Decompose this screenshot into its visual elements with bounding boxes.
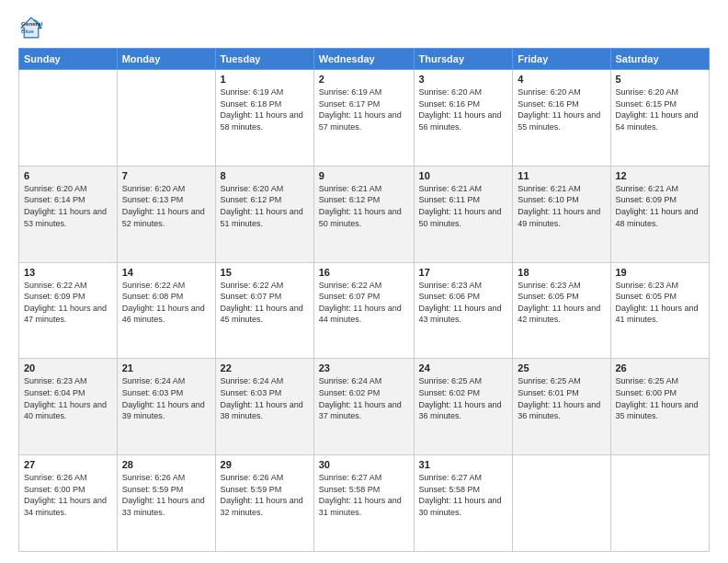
day-number: 28 (122, 459, 210, 470)
calendar-cell: 10Sunrise: 6:21 AM Sunset: 6:11 PM Dayli… (414, 166, 513, 262)
day-info: Sunrise: 6:26 AM Sunset: 6:00 PM Dayligh… (24, 472, 112, 518)
weekday-header-row: SundayMondayTuesdayWednesdayThursdayFrid… (19, 49, 710, 70)
calendar-cell: 8Sunrise: 6:20 AM Sunset: 6:12 PM Daylig… (215, 166, 313, 262)
calendar-cell: 18Sunrise: 6:23 AM Sunset: 6:05 PM Dayli… (513, 262, 610, 359)
calendar-cell: 28Sunrise: 6:26 AM Sunset: 5:59 PM Dayli… (117, 455, 215, 552)
day-info: Sunrise: 6:22 AM Sunset: 6:08 PM Dayligh… (122, 280, 210, 326)
day-number: 11 (518, 170, 605, 181)
day-number: 26 (616, 362, 705, 373)
day-info: Sunrise: 6:25 AM Sunset: 6:00 PM Dayligh… (616, 375, 705, 421)
day-number: 17 (419, 267, 508, 278)
calendar-cell (117, 70, 215, 167)
calendar-cell: 24Sunrise: 6:25 AM Sunset: 6:02 PM Dayli… (414, 359, 513, 455)
day-info: Sunrise: 6:19 AM Sunset: 6:17 PM Dayligh… (319, 86, 409, 132)
calendar-cell: 31Sunrise: 6:27 AM Sunset: 5:58 PM Dayli… (414, 455, 513, 552)
day-info: Sunrise: 6:21 AM Sunset: 6:10 PM Dayligh… (518, 183, 605, 229)
day-number: 9 (319, 170, 409, 181)
day-info: Sunrise: 6:20 AM Sunset: 6:13 PM Dayligh… (122, 183, 210, 229)
calendar-cell: 19Sunrise: 6:23 AM Sunset: 6:05 PM Dayli… (610, 262, 710, 359)
calendar-cell: 7Sunrise: 6:20 AM Sunset: 6:13 PM Daylig… (117, 166, 215, 262)
day-number: 12 (616, 170, 705, 181)
day-info: Sunrise: 6:24 AM Sunset: 6:03 PM Dayligh… (122, 375, 210, 421)
day-number: 15 (221, 267, 309, 278)
day-number: 23 (319, 362, 409, 373)
day-number: 29 (221, 459, 309, 470)
day-info: Sunrise: 6:21 AM Sunset: 6:12 PM Dayligh… (319, 183, 409, 229)
day-number: 24 (419, 362, 508, 373)
weekday-header-monday: Monday (117, 49, 215, 70)
calendar-cell: 3Sunrise: 6:20 AM Sunset: 6:16 PM Daylig… (414, 70, 513, 167)
day-number: 21 (122, 362, 210, 373)
day-number: 31 (419, 459, 508, 470)
calendar-cell: 4Sunrise: 6:20 AM Sunset: 6:16 PM Daylig… (513, 70, 610, 167)
day-number: 30 (319, 459, 409, 470)
header: General Blue (18, 15, 710, 40)
day-info: Sunrise: 6:20 AM Sunset: 6:15 PM Dayligh… (616, 86, 705, 132)
day-number: 27 (24, 459, 112, 470)
calendar-cell: 21Sunrise: 6:24 AM Sunset: 6:03 PM Dayli… (117, 359, 215, 455)
day-info: Sunrise: 6:23 AM Sunset: 6:04 PM Dayligh… (24, 375, 112, 421)
calendar-cell: 26Sunrise: 6:25 AM Sunset: 6:00 PM Dayli… (610, 359, 710, 455)
week-row-4: 27Sunrise: 6:26 AM Sunset: 6:00 PM Dayli… (19, 455, 710, 552)
calendar-table: SundayMondayTuesdayWednesdayThursdayFrid… (18, 48, 710, 552)
day-info: Sunrise: 6:24 AM Sunset: 6:02 PM Dayligh… (319, 375, 409, 421)
week-row-2: 13Sunrise: 6:22 AM Sunset: 6:09 PM Dayli… (19, 262, 710, 359)
calendar-cell: 25Sunrise: 6:25 AM Sunset: 6:01 PM Dayli… (513, 359, 610, 455)
calendar-cell: 11Sunrise: 6:21 AM Sunset: 6:10 PM Dayli… (513, 166, 610, 262)
day-number: 25 (518, 362, 605, 373)
day-info: Sunrise: 6:20 AM Sunset: 6:12 PM Dayligh… (221, 183, 309, 229)
calendar-cell: 14Sunrise: 6:22 AM Sunset: 6:08 PM Dayli… (117, 262, 215, 359)
calendar-cell: 20Sunrise: 6:23 AM Sunset: 6:04 PM Dayli… (19, 359, 118, 455)
day-info: Sunrise: 6:23 AM Sunset: 6:05 PM Dayligh… (518, 280, 605, 326)
week-row-3: 20Sunrise: 6:23 AM Sunset: 6:04 PM Dayli… (19, 359, 710, 455)
calendar-cell: 15Sunrise: 6:22 AM Sunset: 6:07 PM Dayli… (215, 262, 313, 359)
day-number: 1 (221, 74, 309, 85)
day-number: 20 (24, 362, 112, 373)
weekday-header-thursday: Thursday (414, 49, 513, 70)
week-row-0: 1Sunrise: 6:19 AM Sunset: 6:18 PM Daylig… (19, 70, 710, 167)
calendar-cell: 5Sunrise: 6:20 AM Sunset: 6:15 PM Daylig… (610, 70, 710, 167)
calendar-cell (19, 70, 118, 167)
calendar-cell: 2Sunrise: 6:19 AM Sunset: 6:17 PM Daylig… (313, 70, 414, 167)
calendar-cell: 9Sunrise: 6:21 AM Sunset: 6:12 PM Daylig… (313, 166, 414, 262)
day-info: Sunrise: 6:24 AM Sunset: 6:03 PM Dayligh… (221, 375, 309, 421)
day-info: Sunrise: 6:25 AM Sunset: 6:01 PM Dayligh… (518, 375, 605, 421)
day-number: 10 (419, 170, 508, 181)
weekday-header-sunday: Sunday (19, 49, 118, 70)
logo-icon: General Blue (18, 15, 44, 40)
page: General Blue SundayMondayTuesdayWednesda… (0, 0, 728, 563)
calendar-cell: 16Sunrise: 6:22 AM Sunset: 6:07 PM Dayli… (313, 262, 414, 359)
day-number: 7 (122, 170, 210, 181)
calendar-cell: 6Sunrise: 6:20 AM Sunset: 6:14 PM Daylig… (19, 166, 118, 262)
day-number: 14 (122, 267, 210, 278)
day-number: 8 (221, 170, 309, 181)
calendar-cell (610, 455, 710, 552)
calendar-cell: 17Sunrise: 6:23 AM Sunset: 6:06 PM Dayli… (414, 262, 513, 359)
day-number: 19 (616, 267, 705, 278)
day-info: Sunrise: 6:20 AM Sunset: 6:16 PM Dayligh… (419, 86, 508, 132)
day-info: Sunrise: 6:26 AM Sunset: 5:59 PM Dayligh… (122, 472, 210, 518)
calendar-cell: 13Sunrise: 6:22 AM Sunset: 6:09 PM Dayli… (19, 262, 118, 359)
day-info: Sunrise: 6:19 AM Sunset: 6:18 PM Dayligh… (221, 86, 309, 132)
day-info: Sunrise: 6:23 AM Sunset: 6:05 PM Dayligh… (616, 280, 705, 326)
day-info: Sunrise: 6:20 AM Sunset: 6:16 PM Dayligh… (518, 86, 605, 132)
day-info: Sunrise: 6:21 AM Sunset: 6:11 PM Dayligh… (419, 183, 508, 229)
day-number: 13 (24, 267, 112, 278)
day-number: 2 (319, 74, 409, 85)
calendar-cell: 29Sunrise: 6:26 AM Sunset: 5:59 PM Dayli… (215, 455, 313, 552)
day-info: Sunrise: 6:21 AM Sunset: 6:09 PM Dayligh… (616, 183, 705, 229)
calendar-cell: 12Sunrise: 6:21 AM Sunset: 6:09 PM Dayli… (610, 166, 710, 262)
day-number: 4 (518, 74, 605, 85)
logo: General Blue (18, 15, 48, 40)
weekday-header-tuesday: Tuesday (215, 49, 313, 70)
calendar-cell: 30Sunrise: 6:27 AM Sunset: 5:58 PM Dayli… (313, 455, 414, 552)
calendar-cell: 23Sunrise: 6:24 AM Sunset: 6:02 PM Dayli… (313, 359, 414, 455)
day-number: 6 (24, 170, 112, 181)
day-info: Sunrise: 6:23 AM Sunset: 6:06 PM Dayligh… (419, 280, 508, 326)
calendar-cell (513, 455, 610, 552)
day-info: Sunrise: 6:27 AM Sunset: 5:58 PM Dayligh… (419, 472, 508, 518)
calendar-cell: 1Sunrise: 6:19 AM Sunset: 6:18 PM Daylig… (215, 70, 313, 167)
day-info: Sunrise: 6:20 AM Sunset: 6:14 PM Dayligh… (24, 183, 112, 229)
weekday-header-friday: Friday (513, 49, 610, 70)
day-info: Sunrise: 6:26 AM Sunset: 5:59 PM Dayligh… (221, 472, 309, 518)
